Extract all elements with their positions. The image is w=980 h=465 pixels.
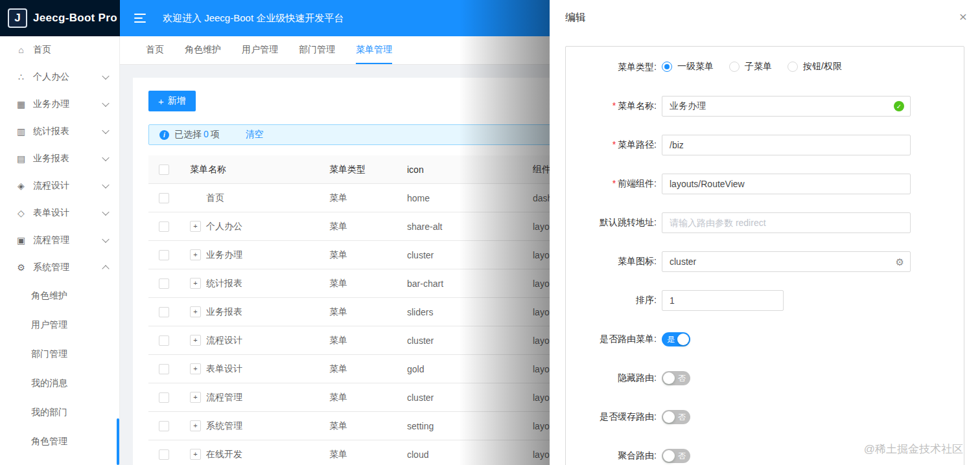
expand-icon[interactable]: +: [190, 363, 201, 374]
menu-name-input[interactable]: [662, 96, 911, 117]
row-checkbox[interactable]: [159, 392, 169, 403]
close-icon[interactable]: ×: [959, 10, 967, 23]
toggle-knob: [663, 450, 675, 462]
toggle-knob: [663, 411, 675, 423]
selected-count: 0: [204, 129, 209, 139]
sidebar-subitem[interactable]: 角色管理: [0, 427, 119, 456]
sidebar-item[interactable]: ▤业务报表: [0, 145, 119, 172]
toggle-state-text: 否: [678, 449, 686, 463]
row-checkbox[interactable]: [159, 449, 169, 460]
column-header: 菜单名称: [180, 155, 319, 184]
sidebar-item[interactable]: ∴个人办公: [0, 63, 119, 91]
sidebar-subitem[interactable]: 我的部门: [0, 398, 119, 427]
sidebar-item-label: 个人办公: [33, 71, 69, 83]
row-checkbox[interactable]: [159, 307, 169, 317]
radio-label: 子菜单: [745, 61, 772, 73]
tab-item[interactable]: 部门管理: [299, 36, 335, 64]
toggle-switch[interactable]: 是: [662, 332, 690, 346]
expand-icon[interactable]: +: [190, 278, 201, 289]
sidebar-item[interactable]: ⌂首页: [0, 36, 119, 63]
switch-label: 是否路由菜单:: [571, 334, 662, 345]
expand-icon[interactable]: +: [190, 449, 201, 460]
sidebar-subitem[interactable]: 部门管理: [0, 339, 119, 369]
menu-icon-input[interactable]: [662, 251, 911, 272]
tab-item[interactable]: 用户管理: [242, 36, 278, 64]
row-checkbox[interactable]: [159, 421, 169, 431]
menu-type: 菜单: [319, 241, 397, 269]
logo[interactable]: J Jeecg-Boot Pro: [0, 0, 120, 36]
select-all-checkbox[interactable]: [159, 164, 169, 175]
radio-icon: [729, 62, 740, 72]
radio-option[interactable]: 子菜单: [729, 61, 772, 73]
sidebar-subitem[interactable]: 角色维护: [0, 281, 119, 310]
form-row-redirect: 默认跳转地址:: [571, 212, 948, 233]
menu-type: 菜单: [319, 383, 397, 412]
required-asterisk: *: [612, 139, 616, 150]
row-checkbox[interactable]: [159, 193, 169, 203]
sidebar-subitem[interactable]: 我的消息: [0, 369, 119, 398]
row-checkbox[interactable]: [159, 335, 169, 346]
sidebar-item[interactable]: ▣流程管理: [0, 227, 119, 254]
radio-option[interactable]: 一级菜单: [662, 61, 714, 73]
row-checkbox[interactable]: [159, 278, 169, 289]
required-asterisk: *: [612, 178, 616, 188]
sidebar-item-label: 表单设计: [33, 207, 69, 219]
sidebar-item[interactable]: ◈流程设计: [0, 172, 119, 199]
process-icon: ▣: [16, 235, 27, 245]
radio-option[interactable]: 按钮/权限: [788, 61, 842, 73]
sidebar-item-label: 系统管理: [33, 262, 69, 273]
sidebar-item-label: 统计报表: [33, 126, 69, 137]
sort-input[interactable]: [662, 290, 784, 311]
expand-icon[interactable]: +: [190, 221, 201, 232]
row-checkbox[interactable]: [159, 221, 169, 232]
menu-icon-name: setting: [397, 412, 522, 440]
sidebar-subitem[interactable]: 用户管理: [0, 310, 119, 339]
drawer-title: 编辑: [565, 11, 586, 25]
expand-icon[interactable]: +: [190, 335, 201, 346]
row-checkbox[interactable]: [159, 364, 169, 374]
menu-type-label: 菜单类型:: [571, 62, 662, 73]
sidebar-item-label: 业务报表: [33, 153, 69, 164]
expand-icon[interactable]: +: [190, 306, 201, 317]
sidebar-item[interactable]: ▥统计报表: [0, 118, 119, 145]
menu-fold-icon[interactable]: [134, 14, 146, 23]
gear-icon[interactable]: ⚙: [896, 257, 904, 267]
setting-icon: ⚙: [16, 262, 27, 273]
menu-name: 在线开发: [206, 449, 242, 459]
front-component-input[interactable]: [662, 174, 911, 194]
tab-item[interactable]: 角色维护: [185, 36, 221, 64]
redirect-input[interactable]: [662, 212, 911, 233]
expand-icon[interactable]: +: [190, 420, 201, 431]
menu-icon-name: cluster: [397, 383, 522, 412]
sidebar-item[interactable]: ⚙系统管理: [0, 254, 119, 281]
toggle-state-text: 是: [667, 332, 675, 346]
tab-item[interactable]: 首页: [146, 36, 164, 64]
sidebar-scrollbar[interactable]: [117, 418, 119, 465]
radio-icon: [788, 62, 798, 72]
sidebar-item[interactable]: ▦业务办理: [0, 91, 119, 118]
drawer-body: 菜单类型: 一级菜单子菜单按钮/权限 *菜单名称: ✓ *菜单路径:: [550, 36, 980, 465]
add-button[interactable]: + 新增: [148, 91, 196, 111]
expand-icon[interactable]: +: [190, 249, 201, 260]
menu-name: 系统管理: [206, 420, 242, 431]
info-icon: i: [159, 130, 169, 140]
menu-path-input[interactable]: [662, 135, 911, 155]
toggle-switch[interactable]: 否: [662, 449, 690, 463]
toggle-switch[interactable]: 否: [662, 371, 690, 385]
row-checkbox[interactable]: [159, 250, 169, 260]
app-root: J Jeecg-Boot Pro 欢迎进入 Jeecg-Boot 企业级快速开发…: [0, 0, 980, 465]
toggle-state-text: 否: [678, 410, 686, 424]
menu-icon-name: cluster: [397, 241, 522, 269]
toggle-switch[interactable]: 否: [662, 410, 690, 424]
menu-name: 表单设计: [206, 363, 242, 374]
clear-selection-link[interactable]: 清空: [246, 129, 264, 141]
radio-label: 按钮/权限: [803, 61, 842, 73]
drawer-header: 编辑 ×: [550, 0, 980, 36]
expand-icon[interactable]: +: [190, 392, 201, 403]
tab-item[interactable]: 菜单管理: [356, 36, 392, 64]
sidebar-item-label: 首页: [33, 44, 51, 56]
menu-type-radio-group: 一级菜单子菜单按钮/权限: [662, 61, 858, 74]
check-icon: ✓: [894, 101, 904, 111]
home-icon: ⌂: [16, 45, 27, 55]
sidebar-item[interactable]: ◇表单设计: [0, 199, 119, 227]
